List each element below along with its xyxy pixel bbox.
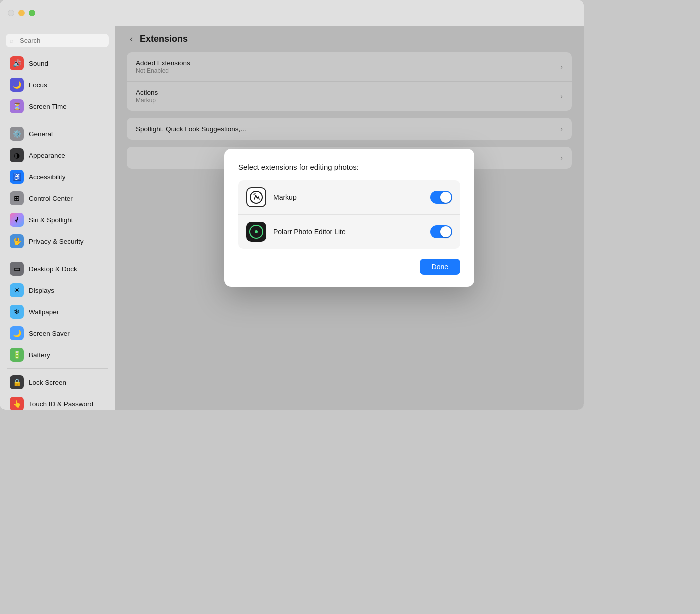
- sidebar-item-lockscreen[interactable]: 🔒Lock Screen: [3, 372, 112, 393]
- sidebar-item-focus[interactable]: 🌙Focus: [3, 74, 112, 95]
- modal-dialog: Select extensions for editing photos:: [224, 149, 474, 287]
- modal-footer: Done: [238, 259, 460, 275]
- sidebar: ⌕ 🔊Sound🌙Focus⏳Screen Time⚙️General◑Appe…: [0, 26, 115, 410]
- traffic-lights: [8, 10, 36, 16]
- general-icon: ⚙️: [10, 127, 24, 141]
- system-preferences-window: ⌕ 🔊Sound🌙Focus⏳Screen Time⚙️General◑Appe…: [0, 0, 584, 410]
- polarr-app-icon: [246, 222, 266, 242]
- sidebar-item-general[interactable]: ⚙️General: [3, 123, 112, 144]
- sidebar-item-screensaver[interactable]: 🌙Screen Saver: [3, 323, 112, 344]
- polarr-icon-ring: [250, 225, 264, 239]
- title-bar: [0, 0, 584, 26]
- sidebar-item-label-siri: Siri & Spotlight: [29, 216, 74, 224]
- screentime-icon: ⏳: [10, 99, 24, 113]
- sidebar-item-label-touchid: Touch ID & Password: [29, 400, 94, 408]
- search-container: ⌕: [0, 31, 115, 52]
- sidebar-item-label-sound: Sound: [29, 60, 48, 67]
- polarr-toggle-thumb: [440, 226, 452, 237]
- appearance-icon: ◑: [10, 148, 24, 162]
- sidebar-item-label-battery: Battery: [29, 351, 50, 359]
- focus-icon: 🌙: [10, 78, 24, 92]
- wallpaper-icon: ❄: [10, 305, 24, 319]
- sidebar-item-label-wallpaper: Wallpaper: [29, 308, 59, 316]
- sidebar-item-label-displays: Displays: [29, 287, 54, 294]
- sidebar-item-label-focus: Focus: [29, 81, 48, 89]
- polarr-ext-name: Polarr Photo Editor Lite: [274, 228, 424, 236]
- sidebar-item-displays[interactable]: ☀Displays: [3, 280, 112, 301]
- search-wrapper: ⌕: [6, 34, 109, 47]
- screensaver-icon: 🌙: [10, 326, 24, 340]
- sidebar-item-label-accessibility: Accessibility: [29, 173, 66, 181]
- sidebar-items-list: 🔊Sound🌙Focus⏳Screen Time⚙️General◑Appear…: [0, 52, 115, 410]
- sidebar-item-wallpaper[interactable]: ❄Wallpaper: [3, 301, 112, 322]
- sidebar-item-accessibility[interactable]: ♿Accessibility: [3, 166, 112, 187]
- sidebar-item-privacy[interactable]: 🖐Privacy & Security: [3, 231, 112, 252]
- content-area: ⌕ 🔊Sound🌙Focus⏳Screen Time⚙️General◑Appe…: [0, 26, 584, 410]
- modal-ext-row-markup: Markup: [238, 180, 460, 215]
- sidebar-item-label-privacy: Privacy & Security: [29, 238, 84, 245]
- sidebar-divider: [7, 120, 108, 120]
- modal-title: Select extensions for editing photos:: [238, 163, 460, 171]
- sidebar-item-control[interactable]: ⊞Control Center: [3, 188, 112, 209]
- markup-toggle[interactable]: [430, 191, 452, 204]
- sidebar-item-label-screentime: Screen Time: [29, 103, 67, 110]
- privacy-icon: 🖐: [10, 234, 24, 248]
- markup-ext-name: Markup: [274, 193, 424, 201]
- modal-extensions-list: Markup Polarr Ph: [238, 180, 460, 249]
- touchid-icon: 👆: [10, 397, 24, 410]
- desktop-icon: ▭: [10, 262, 24, 276]
- modal-overlay: Select extensions for editing photos:: [115, 26, 584, 410]
- markup-app-icon: [246, 187, 266, 207]
- displays-icon: ☀: [10, 283, 24, 297]
- siri-icon: 🎙: [10, 213, 24, 227]
- lockscreen-icon: 🔒: [10, 375, 24, 389]
- sidebar-item-sound[interactable]: 🔊Sound: [3, 53, 112, 74]
- sidebar-item-desktop[interactable]: ▭Desktop & Dock: [3, 258, 112, 279]
- sidebar-item-label-control: Control Center: [29, 195, 73, 202]
- sidebar-item-battery[interactable]: 🔋Battery: [3, 344, 112, 365]
- sidebar-divider: [7, 368, 108, 369]
- battery-icon: 🔋: [10, 348, 24, 362]
- sidebar-item-label-screensaver: Screen Saver: [29, 330, 70, 337]
- main-panel: ‹ Extensions Added Extensions Not Enable…: [115, 26, 584, 410]
- sidebar-item-label-general: General: [29, 130, 53, 138]
- done-button[interactable]: Done: [420, 259, 460, 275]
- sidebar-item-siri[interactable]: 🎙Siri & Spotlight: [3, 209, 112, 230]
- sound-icon: 🔊: [10, 56, 24, 70]
- close-button[interactable]: [8, 10, 14, 16]
- sidebar-item-label-desktop: Desktop & Dock: [29, 265, 78, 273]
- polarr-toggle[interactable]: [430, 225, 452, 238]
- minimize-button[interactable]: [18, 10, 25, 16]
- maximize-button[interactable]: [29, 10, 36, 16]
- accessibility-icon: ♿: [10, 170, 24, 184]
- markup-toggle-thumb: [440, 192, 452, 203]
- control-icon: ⊞: [10, 191, 24, 205]
- sidebar-item-label-lockscreen: Lock Screen: [29, 379, 66, 386]
- sidebar-item-screentime[interactable]: ⏳Screen Time: [3, 96, 112, 117]
- sidebar-item-label-appearance: Appearance: [29, 152, 66, 159]
- search-input[interactable]: [6, 34, 109, 47]
- sidebar-item-appearance[interactable]: ◑Appearance: [3, 145, 112, 166]
- sidebar-divider: [7, 255, 108, 255]
- polarr-icon-dot: [255, 230, 258, 233]
- modal-ext-row-polarr: Polarr Photo Editor Lite: [238, 215, 460, 249]
- sidebar-item-touchid[interactable]: 👆Touch ID & Password: [3, 393, 112, 410]
